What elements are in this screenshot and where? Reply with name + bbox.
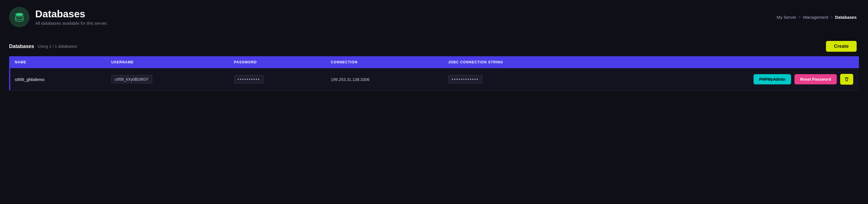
reset-password-button[interactable]: Reset Password: [795, 74, 837, 84]
cell-password: ••••••••••: [228, 68, 325, 91]
username-value: u956_kXy0Bzi9GY: [111, 75, 152, 84]
header-title-block: Databases All databases available for th…: [35, 8, 107, 26]
cell-name: s956_ghbdemo: [9, 68, 106, 91]
row-accent: [9, 68, 10, 90]
page-title: Databases: [35, 8, 107, 20]
col-actions: [598, 56, 859, 68]
cell-actions: PHPMyAdmin Reset Password: [598, 68, 859, 91]
col-password: PASSWORD: [228, 56, 325, 68]
breadcrumb-sep-2: >: [831, 15, 833, 19]
page-wrapper: Databases All databases available for th…: [0, 0, 868, 204]
section-title-row: Databases Using 1 / 1 databases: [9, 43, 77, 50]
col-jdbc: JDBC CONNECTION STRING: [442, 56, 598, 68]
table-row: s956_ghbdemo u956_kXy0Bzi9GY •••••••••• …: [9, 68, 859, 91]
header: Databases All databases available for th…: [0, 0, 868, 34]
section-usage: Using 1 / 1 databases: [37, 44, 77, 49]
databases-icon: [9, 7, 30, 27]
header-left: Databases All databases available for th…: [9, 7, 107, 27]
database-name: s956_ghbdemo: [15, 77, 44, 82]
table-header-row: NAME USERNAME PASSWORD CONNECTION JDBC C…: [9, 56, 859, 68]
delete-button[interactable]: [840, 74, 853, 85]
col-connection: CONNECTION: [325, 56, 442, 68]
col-name: NAME: [9, 56, 106, 68]
svg-point-1: [16, 13, 23, 16]
connection-value: 199.253.31.138:3306: [331, 77, 370, 82]
breadcrumb: My Server > Management > Databases: [777, 15, 857, 20]
table-container: NAME USERNAME PASSWORD CONNECTION JDBC C…: [0, 56, 868, 91]
password-value: ••••••••••: [234, 75, 264, 84]
trash-icon: [844, 77, 849, 82]
breadcrumb-management[interactable]: Management: [803, 15, 828, 20]
jdbc-value: ••••••••••••: [448, 75, 483, 84]
databases-table: NAME USERNAME PASSWORD CONNECTION JDBC C…: [9, 56, 859, 91]
breadcrumb-databases: Databases: [835, 15, 857, 20]
col-username: USERNAME: [106, 56, 228, 68]
cell-jdbc: ••••••••••••: [442, 68, 598, 91]
page-subtitle: All databases available for this server.: [35, 21, 107, 26]
section-header: Databases Using 1 / 1 databases Create: [0, 34, 868, 56]
section-title: Databases: [9, 43, 34, 50]
cell-username: u956_kXy0Bzi9GY: [106, 68, 228, 91]
cell-connection: 199.253.31.138:3306: [325, 68, 442, 91]
action-buttons: PHPMyAdmin Reset Password: [604, 74, 853, 85]
breadcrumb-sep-1: >: [798, 15, 801, 19]
phpmyadmin-button[interactable]: PHPMyAdmin: [753, 74, 791, 84]
create-button[interactable]: Create: [826, 41, 857, 52]
breadcrumb-server[interactable]: My Server: [777, 15, 796, 20]
